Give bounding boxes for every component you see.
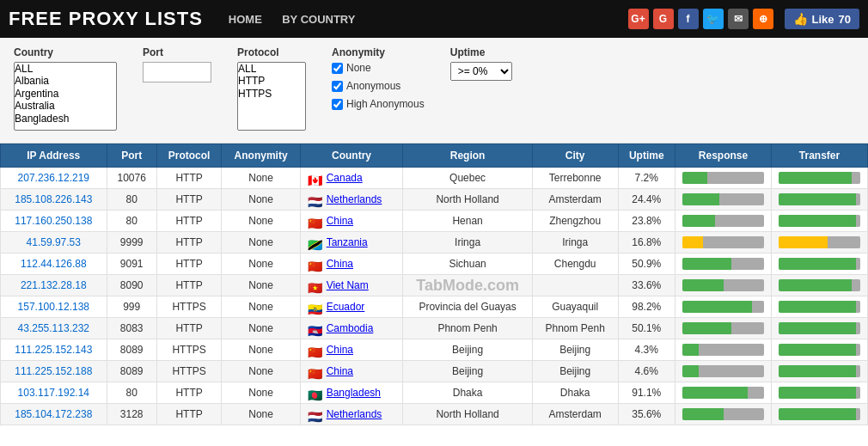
table-row: 112.44.126.889091HTTPNone🇨🇳ChinaSichuanC… — [1, 254, 868, 275]
cell-region: Provincia del Guayas — [403, 296, 532, 318]
country-link[interactable]: Bangladesh — [327, 387, 381, 399]
google-icon[interactable]: G — [653, 9, 674, 29]
country-link[interactable]: Netherlands — [327, 193, 382, 205]
ip-link[interactable]: 41.59.97.53 — [27, 236, 81, 248]
cell-city: Chengdu — [532, 254, 618, 275]
port-input[interactable] — [143, 62, 211, 82]
cell-protocol: HTTP — [156, 232, 222, 254]
flag-icon: 🇨🇳 — [308, 217, 323, 227]
response-bar — [682, 365, 764, 377]
cell-response — [675, 318, 772, 339]
high-anonymous-checkbox[interactable] — [332, 99, 343, 110]
nav-home[interactable]: HOME — [229, 13, 262, 26]
country-link[interactable]: Viet Nam — [327, 279, 369, 291]
transfer-bar — [779, 344, 860, 356]
cell-port: 999 — [107, 296, 156, 318]
flag-icon: 🇨🇳 — [308, 260, 323, 270]
rss-icon[interactable]: ⊕ — [753, 9, 773, 29]
cell-port: 9999 — [107, 232, 156, 254]
ip-link[interactable]: 111.225.152.143 — [15, 344, 92, 356]
cell-anonymity: None — [222, 361, 300, 382]
like-button[interactable]: 👍 Like 70 — [785, 9, 859, 29]
cell-transfer — [771, 361, 867, 382]
none-checkbox-label[interactable]: None — [332, 62, 425, 74]
cell-anonymity: None — [222, 275, 300, 296]
nav-by-country[interactable]: BY COUNTRY — [282, 13, 355, 26]
site-logo: FREE PROXY LISTS — [9, 8, 203, 30]
cell-response — [675, 232, 772, 254]
facebook-icon[interactable]: f — [678, 9, 699, 29]
cell-port: 8089 — [107, 361, 156, 382]
cell-port: 8089 — [107, 339, 156, 361]
cell-city: Beijing — [532, 361, 618, 382]
country-link[interactable]: Netherlands — [327, 408, 382, 420]
anonymous-checkbox-label[interactable]: Anonymous — [332, 80, 425, 92]
cell-protocol: HTTP — [156, 404, 222, 425]
cell-country: 🇨🇳China — [300, 361, 403, 382]
cell-uptime: 33.6% — [618, 275, 675, 296]
uptime-select[interactable]: >= 0% >= 20% >= 50% >= 80% — [450, 62, 512, 81]
country-link[interactable]: China — [327, 215, 353, 227]
cell-uptime: 4.6% — [618, 361, 675, 382]
cell-port: 9091 — [107, 254, 156, 275]
col-response: Response — [675, 144, 772, 168]
cell-protocol: HTTP — [156, 382, 222, 404]
cell-ip: 185.104.172.238 — [1, 404, 107, 425]
cell-protocol: HTTP — [156, 168, 222, 189]
cell-region: TabMode.com — [403, 275, 532, 296]
cell-response — [675, 361, 772, 382]
ip-link[interactable]: 185.104.172.238 — [15, 408, 92, 420]
country-link[interactable]: China — [327, 365, 353, 377]
cell-port: 80 — [107, 211, 156, 232]
cell-country: 🇨🇦Canada — [300, 168, 403, 189]
ip-link[interactable]: 111.225.152.188 — [15, 365, 92, 377]
twitter-icon[interactable]: 🐦 — [703, 9, 724, 29]
ip-link[interactable]: 157.100.12.138 — [18, 301, 89, 313]
protocol-select[interactable]: ALL HTTP HTTPS — [237, 62, 306, 131]
country-link[interactable]: China — [327, 258, 353, 270]
country-link[interactable]: Tanzania — [327, 236, 368, 248]
protocol-filter: Protocol ALL HTTP HTTPS — [237, 46, 306, 131]
table-row: 185.104.172.2383128HTTPNone🇳🇱Netherlands… — [1, 404, 868, 425]
cell-transfer — [771, 382, 867, 404]
ip-link[interactable]: 103.117.192.14 — [18, 387, 89, 399]
country-link[interactable]: Ecuador — [327, 301, 365, 313]
proxy-table: IP Address Port Protocol Anonymity Count… — [0, 144, 868, 425]
cell-anonymity: None — [222, 189, 300, 211]
country-link[interactable]: China — [327, 344, 353, 356]
cell-ip: 185.108.226.143 — [1, 189, 107, 211]
ip-link[interactable]: 117.160.250.138 — [15, 215, 92, 227]
cell-transfer — [771, 339, 867, 361]
country-link[interactable]: Cambodia — [327, 322, 374, 334]
cell-response — [675, 168, 772, 189]
country-link[interactable]: Canada — [327, 172, 363, 184]
uptime-filter: Uptime >= 0% >= 20% >= 50% >= 80% — [450, 46, 512, 81]
response-bar — [682, 301, 764, 313]
protocol-label: Protocol — [237, 46, 306, 58]
google-plus-icon[interactable]: G+ — [628, 9, 649, 29]
high-anonymous-checkbox-label[interactable]: High Anonymous — [332, 98, 425, 110]
ip-link[interactable]: 112.44.126.88 — [21, 258, 87, 270]
cell-protocol: HTTP — [156, 211, 222, 232]
anonymous-checkbox[interactable] — [332, 81, 343, 92]
response-bar — [682, 215, 764, 227]
cell-port: 10076 — [107, 168, 156, 189]
flag-icon: 🇨🇦 — [308, 174, 323, 184]
country-select[interactable]: ALL Albania Argentina Australia Banglade… — [14, 62, 117, 131]
cell-ip: 221.132.28.18 — [1, 275, 107, 296]
cell-transfer — [771, 296, 867, 318]
none-checkbox[interactable] — [332, 63, 343, 74]
ip-link[interactable]: 221.132.28.18 — [21, 279, 87, 291]
ip-link[interactable]: 185.108.226.143 — [15, 193, 92, 205]
cell-ip: 111.225.152.188 — [1, 361, 107, 382]
cell-transfer — [771, 168, 867, 189]
cell-country: 🇨🇳China — [300, 339, 403, 361]
email-icon[interactable]: ✉ — [728, 9, 749, 29]
ip-link[interactable]: 43.255.113.232 — [18, 322, 89, 334]
table-row: 157.100.12.138999HTTPSNone🇪🇨EcuadorProvi… — [1, 296, 868, 318]
cell-anonymity: None — [222, 254, 300, 275]
country-label: Country — [14, 46, 117, 58]
ip-link[interactable]: 207.236.12.219 — [18, 172, 89, 184]
cell-uptime: 50.1% — [618, 318, 675, 339]
col-uptime: Uptime — [618, 144, 675, 168]
